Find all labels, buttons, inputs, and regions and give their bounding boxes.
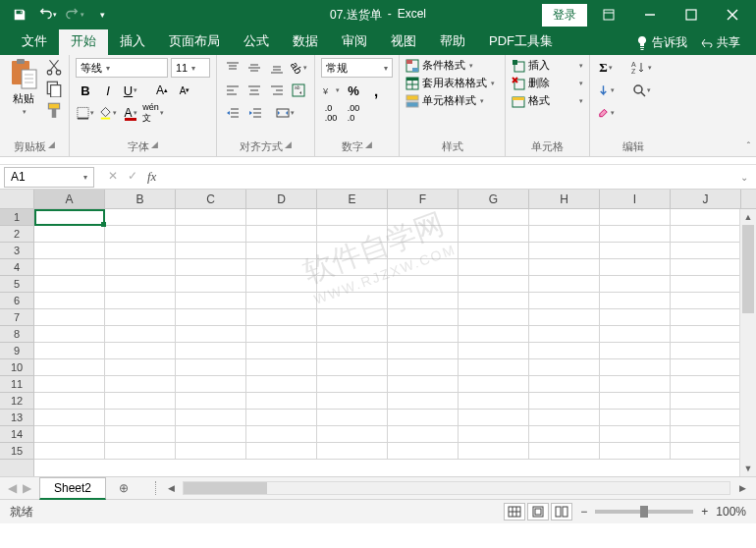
cell[interactable] <box>176 259 246 276</box>
cell[interactable] <box>34 376 105 393</box>
cell[interactable] <box>671 410 741 426</box>
cell[interactable] <box>317 259 388 276</box>
column-header[interactable]: D <box>246 190 317 208</box>
scroll-up-button[interactable]: ▲ <box>740 209 756 225</box>
close-button[interactable] <box>713 1 752 28</box>
cell[interactable] <box>176 309 246 326</box>
tab-page-layout[interactable]: 页面布局 <box>157 28 232 55</box>
sheet-tab[interactable]: Sheet2 <box>39 477 106 500</box>
cell[interactable] <box>246 393 317 410</box>
clear-button[interactable]: ▾ <box>596 103 616 123</box>
cell[interactable] <box>246 410 317 426</box>
font-color-button[interactable]: A▾ <box>121 103 140 123</box>
cell[interactable] <box>176 343 246 359</box>
maximize-button[interactable] <box>672 1 711 28</box>
percent-button[interactable]: % <box>344 81 363 100</box>
find-select-button[interactable]: ▾ <box>627 81 655 100</box>
cell[interactable] <box>34 359 105 376</box>
align-left-button[interactable] <box>223 81 243 100</box>
font-size-dropdown[interactable]: 11▾ <box>171 58 210 78</box>
decrease-font-button[interactable]: A▾ <box>175 81 194 100</box>
cell[interactable] <box>246 293 317 309</box>
cell[interactable] <box>317 226 388 243</box>
cell[interactable] <box>34 309 105 326</box>
column-header[interactable]: J <box>671 190 741 208</box>
row-header[interactable]: 5 <box>0 276 33 293</box>
insert-function-button[interactable]: fx <box>147 169 156 185</box>
cell[interactable] <box>600 226 671 243</box>
copy-button[interactable] <box>45 80 63 97</box>
row-header[interactable]: 2 <box>0 226 33 243</box>
cell[interactable] <box>176 243 246 259</box>
tab-insert[interactable]: 插入 <box>108 28 157 55</box>
cell[interactable] <box>246 259 317 276</box>
cell[interactable] <box>671 276 741 293</box>
cell[interactable] <box>600 243 671 259</box>
comma-button[interactable]: , <box>366 81 386 100</box>
phonetic-button[interactable]: wén文▾ <box>143 103 163 123</box>
vertical-scroll-thumb[interactable] <box>742 225 754 313</box>
cell[interactable] <box>600 343 671 359</box>
row-header[interactable]: 8 <box>0 326 33 343</box>
cell[interactable] <box>176 359 246 376</box>
borders-button[interactable]: ▾ <box>76 103 95 123</box>
cell[interactable] <box>671 443 741 460</box>
cell[interactable] <box>34 226 105 243</box>
cell[interactable] <box>105 309 176 326</box>
align-top-button[interactable] <box>223 58 243 78</box>
cell[interactable] <box>529 393 600 410</box>
cell[interactable] <box>388 410 459 426</box>
qat-customize-button[interactable]: ▾ <box>90 3 114 27</box>
cell[interactable] <box>459 209 529 226</box>
wrap-text-button[interactable]: ab <box>290 81 309 100</box>
cell[interactable] <box>246 326 317 343</box>
cell[interactable] <box>105 326 176 343</box>
cell[interactable] <box>529 326 600 343</box>
row-header[interactable]: 6 <box>0 293 33 309</box>
tab-file[interactable]: 文件 <box>10 28 59 55</box>
add-sheet-button[interactable]: ⊕ <box>112 478 135 498</box>
cell[interactable] <box>600 443 671 460</box>
cell[interactable] <box>529 443 600 460</box>
save-button[interactable] <box>8 3 31 27</box>
cell[interactable] <box>459 276 529 293</box>
row-header[interactable]: 4 <box>0 259 33 276</box>
horizontal-scroll-thumb[interactable] <box>184 482 267 494</box>
vertical-scrollbar[interactable]: ▲ ▼ <box>739 209 756 476</box>
cell[interactable] <box>246 376 317 393</box>
cell[interactable] <box>317 209 388 226</box>
cell[interactable] <box>600 426 671 443</box>
cell[interactable] <box>459 243 529 259</box>
cell[interactable] <box>388 376 459 393</box>
cell[interactable] <box>246 426 317 443</box>
tab-data[interactable]: 数据 <box>281 28 330 55</box>
cell[interactable] <box>459 443 529 460</box>
row-header[interactable]: 13 <box>0 410 33 426</box>
cell[interactable] <box>105 393 176 410</box>
cell[interactable] <box>246 209 317 226</box>
bold-button[interactable]: B <box>76 81 95 100</box>
column-header[interactable]: F <box>388 190 459 208</box>
minimize-button[interactable] <box>630 1 670 28</box>
cell[interactable] <box>34 393 105 410</box>
cell[interactable] <box>600 276 671 293</box>
cell[interactable] <box>600 326 671 343</box>
cell[interactable] <box>671 326 741 343</box>
zoom-in-button[interactable]: + <box>701 505 708 519</box>
cell[interactable] <box>459 359 529 376</box>
normal-view-button[interactable] <box>504 503 525 521</box>
cell[interactable] <box>105 343 176 359</box>
cell[interactable] <box>388 393 459 410</box>
tab-view[interactable]: 视图 <box>379 28 428 55</box>
cell[interactable] <box>459 410 529 426</box>
undo-button[interactable]: ▾ <box>35 3 59 27</box>
name-box[interactable]: A1▾ <box>4 167 94 188</box>
cell[interactable] <box>34 426 105 443</box>
cell[interactable] <box>34 259 105 276</box>
cell[interactable] <box>671 393 741 410</box>
align-bottom-button[interactable] <box>267 58 287 78</box>
format-table-button[interactable]: 套用表格格式▾ <box>405 76 499 90</box>
cell[interactable] <box>176 276 246 293</box>
cell[interactable] <box>105 359 176 376</box>
page-layout-view-button[interactable] <box>527 503 549 521</box>
